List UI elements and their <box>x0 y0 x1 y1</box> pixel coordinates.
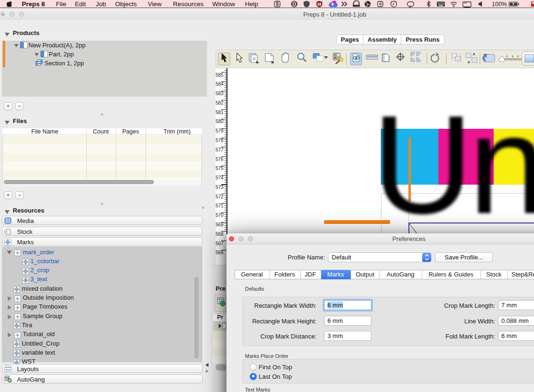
svg-text:100%: 100% <box>492 1 507 8</box>
svg-text:S: S <box>276 1 279 7</box>
svg-text:#: # <box>253 56 256 62</box>
svg-text:M: M <box>317 2 321 7</box>
